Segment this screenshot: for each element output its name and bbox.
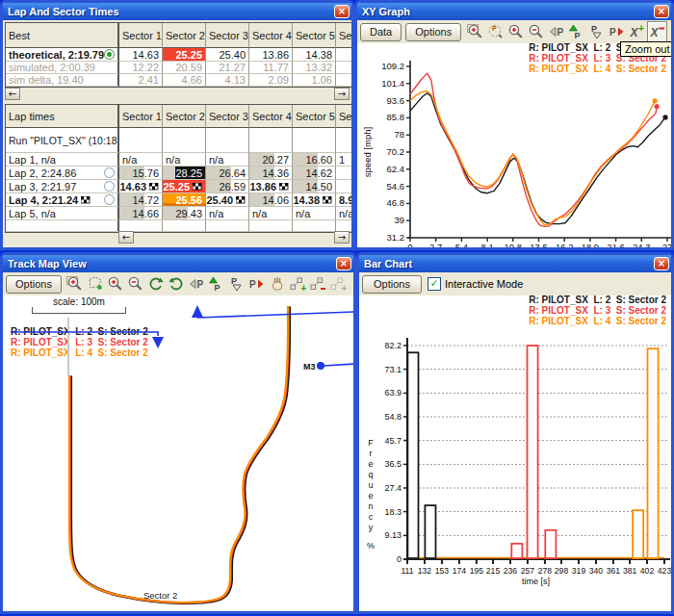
scroll-right-icon[interactable]: → <box>334 88 350 100</box>
options-button[interactable]: Options <box>362 275 422 294</box>
interactive-mode-toggle[interactable]: ✓ Interactive Mode <box>428 277 523 291</box>
sector-cell[interactable] <box>249 128 293 153</box>
sector-cell[interactable]: 4.13 <box>206 74 249 87</box>
sector-cell[interactable] <box>336 48 351 62</box>
sector-cell[interactable]: n/a <box>163 153 206 167</box>
sector-cell[interactable]: 4.66 <box>163 74 206 87</box>
lap-radio[interactable] <box>104 194 115 205</box>
sector-cell[interactable]: 20.27 <box>249 153 293 167</box>
sector-cell[interactable]: 1.06 <box>293 74 336 87</box>
bar[interactable] <box>425 505 435 558</box>
row-label-cell[interactable]: Lap 1, n/a <box>6 153 119 167</box>
lap-radio[interactable] <box>104 181 115 192</box>
sector-cell[interactable]: 29.43 <box>163 207 206 220</box>
sector-cell[interactable] <box>336 180 351 193</box>
sector-cell[interactable]: 26.59 <box>206 180 249 193</box>
bar[interactable] <box>511 544 522 558</box>
row-label-cell[interactable]: Lap 4, 2:21.24 <box>6 193 119 207</box>
marker-prev-icon[interactable]: P <box>546 21 566 42</box>
sector-cell[interactable]: 13.86 <box>249 180 293 193</box>
bar[interactable] <box>528 346 538 558</box>
scroll-left-icon[interactable]: ← <box>118 231 134 244</box>
close-icon[interactable]: × <box>654 5 669 18</box>
sector-cell[interactable]: 20.59 <box>163 62 206 74</box>
sector-cell[interactable] <box>293 128 336 153</box>
sector-cell[interactable] <box>119 128 163 153</box>
sector-cell[interactable]: 14.36 <box>249 167 293 180</box>
sector-cell[interactable]: 14.50 <box>293 180 336 193</box>
zoom-out-icon[interactable] <box>526 21 546 42</box>
sector-cell[interactable] <box>163 128 206 153</box>
sector-cell[interactable]: 1 <box>336 153 351 167</box>
xy-graph-titlebar[interactable]: XY Graph × <box>357 3 671 20</box>
track-map-canvas[interactable]: Sector 2M3 <box>3 272 353 611</box>
row-label-cell[interactable]: Lap 2, 2:24.86 <box>6 167 119 180</box>
sector-cell[interactable]: 14.06 <box>249 193 293 207</box>
sector-cell[interactable]: 16.60 <box>293 153 336 167</box>
row-label-cell[interactable]: Lap 3, 2:21.97 <box>6 180 119 193</box>
sector-cell[interactable]: 14.62 <box>293 167 336 180</box>
sector-cell[interactable]: 14.63 <box>119 48 163 62</box>
sector-cell[interactable]: n/a <box>249 207 293 220</box>
sector-cell[interactable] <box>336 62 351 74</box>
row-label-cell[interactable]: theoretical, 2:19.79 <box>6 48 119 62</box>
sector-cell[interactable]: 14.63 <box>119 180 163 193</box>
sector-cell[interactable]: n/a <box>336 207 351 220</box>
sector-cell[interactable] <box>336 167 351 180</box>
close-icon[interactable]: × <box>336 257 351 270</box>
bar-plot-area[interactable]: 09.1318.327.436.545.754.863.973.182.2111… <box>359 330 671 611</box>
sector-cell[interactable]: n/a <box>293 207 336 220</box>
row-label-cell[interactable]: sim delta, 19.40 <box>6 74 119 87</box>
lap-table-scrollbar[interactable]: ← → <box>118 231 350 244</box>
lap-times-titlebar[interactable]: Lap And Sector Times × <box>3 3 351 20</box>
sector-cell[interactable]: 8.9 <box>336 193 351 207</box>
xy-plot-area[interactable]: 31.23946.854.662.470.27885.893.6101.4109… <box>357 57 671 247</box>
sector-cell[interactable]: 25.56 <box>163 193 206 207</box>
marker-up-icon[interactable]: P <box>566 21 586 42</box>
sector-cell[interactable]: 11.77 <box>249 62 293 74</box>
sector-cell[interactable]: 21.27 <box>206 62 249 74</box>
bar[interactable] <box>407 352 418 558</box>
track-map-titlebar[interactable]: Track Map View × <box>3 255 353 272</box>
options-button[interactable]: Options <box>405 23 461 41</box>
marker-down-icon[interactable]: P <box>586 21 607 42</box>
sector-cell[interactable]: 25.25 <box>163 48 206 62</box>
sector-cell[interactable]: n/a <box>206 207 249 220</box>
sector-cell[interactable] <box>206 128 249 153</box>
sector-cell[interactable] <box>336 128 351 153</box>
sector-cell[interactable]: 25.40 <box>206 48 249 62</box>
sector-cell[interactable]: 28.25 <box>163 167 206 180</box>
sector-cell[interactable]: 14.66 <box>119 207 163 220</box>
xy-plot[interactable]: 31.23946.854.662.470.27885.893.6101.4109… <box>357 57 671 247</box>
sector-cell[interactable]: 13.32 <box>293 62 336 74</box>
x-zoom-in-icon[interactable]: X+ <box>627 21 647 42</box>
scroll-right-icon[interactable]: → <box>334 231 350 244</box>
zoom-in-icon[interactable] <box>506 21 526 42</box>
sector-cell[interactable]: n/a <box>119 153 163 167</box>
close-icon[interactable]: × <box>654 257 669 270</box>
row-label-cell[interactable]: Lap 5, n/a <box>6 207 119 220</box>
y-zoom-in-icon[interactable]: Y+ <box>667 21 671 42</box>
sector-cell[interactable]: 25.40 <box>206 193 249 207</box>
scroll-left-icon[interactable]: ← <box>5 88 20 100</box>
bar[interactable] <box>648 348 659 558</box>
sector-cell[interactable]: 15.76 <box>119 167 163 180</box>
best-table-scrollbar[interactable]: ← → <box>5 88 350 101</box>
zoom-drag-icon[interactable]: P <box>485 21 506 42</box>
row-label-cell[interactable]: simulated, 2:00.39 <box>6 62 119 74</box>
close-icon[interactable]: × <box>334 5 350 18</box>
sector-cell[interactable]: 2.41 <box>119 74 163 87</box>
sector-cell[interactable]: 13.86 <box>249 48 293 62</box>
x-zoom-out-icon[interactable]: X <box>647 21 667 42</box>
bar-plot[interactable]: 09.1318.327.436.545.754.863.973.182.2111… <box>359 330 671 611</box>
row-label-cell[interactable] <box>6 220 119 232</box>
zoom-window-icon[interactable] <box>465 21 485 42</box>
interactive-checkbox[interactable]: ✓ <box>428 277 441 291</box>
sector-cell[interactable]: 2.09 <box>249 74 293 87</box>
marker-next-icon[interactable]: P <box>607 21 627 42</box>
sector-cell[interactable]: n/a <box>206 153 249 167</box>
sector-cell[interactable]: 26.64 <box>206 167 249 180</box>
sector-cell[interactable]: 14.38 <box>293 193 336 207</box>
sector-cell[interactable]: 12.22 <box>119 62 163 74</box>
sector-cell[interactable]: 14.72 <box>119 193 163 207</box>
